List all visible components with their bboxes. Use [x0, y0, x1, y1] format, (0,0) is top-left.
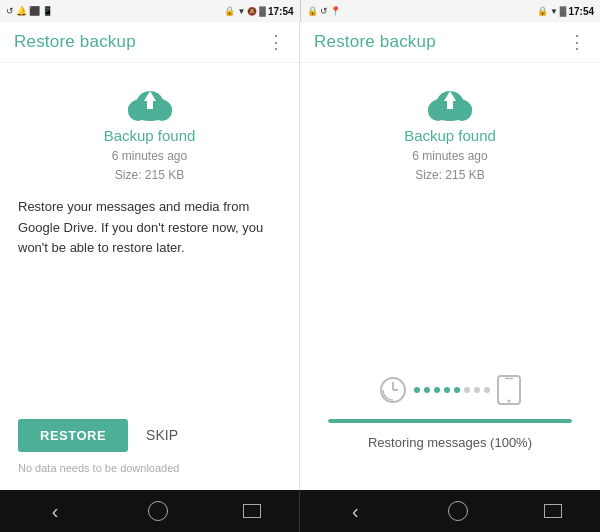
screen1-home-button[interactable] — [148, 501, 168, 521]
screen1-backup-size: Size: 215 KB — [115, 168, 184, 182]
restore-button[interactable]: RESTORE — [18, 419, 128, 452]
screen1-status-right: 🔒 ▼ 🔕 ▓ 17:54 — [224, 6, 293, 17]
skip-button[interactable]: SKIP — [142, 418, 182, 452]
screen1-title: Restore backup — [14, 32, 136, 52]
svg-point-15 — [508, 400, 511, 403]
dot-7 — [474, 387, 480, 393]
screen1-backup-time: 6 minutes ago — [112, 149, 187, 163]
screen2-status-right: 🔒 ▼ ▓ 17:54 — [537, 6, 594, 17]
dot-4 — [444, 387, 450, 393]
dot-3 — [434, 387, 440, 393]
screen2-content: Backup found 6 minutes ago Size: 215 KB — [300, 63, 600, 490]
screen2-backup-time: 6 minutes ago — [412, 149, 487, 163]
screen2: Restore backup ⋮ Backup found 6 minutes … — [300, 22, 600, 490]
screen2-backup-found: Backup found — [318, 127, 582, 144]
screen1-action-area: RESTORE SKIP No data needs to be downloa… — [18, 408, 281, 474]
dot-6 — [464, 387, 470, 393]
dot-8 — [484, 387, 490, 393]
screen2-recents-button[interactable] — [544, 504, 562, 518]
dot-1 — [414, 387, 420, 393]
screen1-status-left: ↺ 🔔 ⬛ 📱 — [6, 6, 53, 16]
screen1-content: Backup found 6 minutes ago Size: 215 KB … — [0, 63, 299, 490]
cloud-icon-wrap-2 — [318, 83, 582, 121]
cloud-upload-icon-1 — [124, 83, 176, 121]
screen1-restore-message: Restore your messages and media from Goo… — [18, 197, 281, 257]
screen2-header: Restore backup ⋮ — [300, 22, 600, 63]
screen2-restoring-text: Restoring messages (100%) — [368, 435, 532, 450]
screen2-home-button[interactable] — [448, 501, 468, 521]
cloud-icon-wrap-1 — [18, 83, 281, 121]
screen2-back-button[interactable]: ‹ — [338, 494, 373, 529]
screen1-time: 17:54 — [268, 6, 294, 17]
progress-dots — [414, 387, 490, 393]
screen1-more-icon[interactable]: ⋮ — [267, 33, 285, 51]
progress-visual — [328, 375, 572, 405]
history-icon — [378, 375, 408, 405]
progress-bar-fill — [328, 419, 572, 423]
screen1: Restore backup ⋮ Backup found 6 minutes … — [0, 22, 300, 490]
screen1-recents-button[interactable] — [243, 504, 261, 518]
screen1-buttons: RESTORE SKIP — [18, 418, 281, 452]
screen1-backup-found: Backup found — [18, 127, 281, 144]
screen2-more-icon[interactable]: ⋮ — [568, 33, 586, 51]
dot-2 — [424, 387, 430, 393]
screen2-progress-area: Restoring messages (100%) — [318, 375, 582, 450]
screen1-no-data-text: No data needs to be downloaded — [18, 462, 281, 474]
phone-icon — [496, 375, 522, 405]
screen1-backup-meta: 6 minutes ago Size: 215 KB — [18, 147, 281, 185]
progress-bar — [328, 419, 572, 423]
cloud-upload-icon-2 — [424, 83, 476, 121]
screen1-header: Restore backup ⋮ — [0, 22, 299, 63]
screen1-back-button[interactable]: ‹ — [38, 494, 73, 529]
screen2-status-left: 🔒 ↺ 📍 — [307, 6, 341, 16]
screen2-backup-size: Size: 215 KB — [415, 168, 484, 182]
dot-5 — [454, 387, 460, 393]
screen2-backup-meta: 6 minutes ago Size: 215 KB — [318, 147, 582, 185]
screen2-title: Restore backup — [314, 32, 436, 52]
screen2-time: 17:54 — [568, 6, 594, 17]
